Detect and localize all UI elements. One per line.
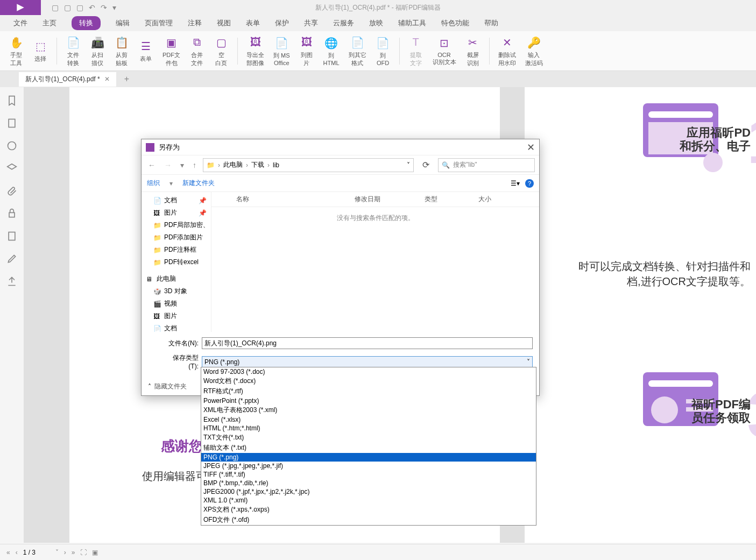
print-icon[interactable]: ▢	[76, 3, 83, 12]
ribbon-tohtml[interactable]: 🌐到 HTML	[320, 36, 343, 66]
col-name[interactable]: 名称	[236, 195, 355, 204]
document-tab[interactable]: 新人引导(1)_OCR(4).pdf * ✕	[19, 72, 116, 87]
tree-item-3d[interactable]: 🎲3D 对象	[142, 285, 211, 297]
format-option[interactable]: HTML (*.htm;*.html)	[201, 424, 536, 433]
nav-forward-icon[interactable]: →	[162, 160, 174, 171]
hide-folders-toggle[interactable]: 隐藏文件夹	[154, 382, 187, 391]
bookmark-icon[interactable]	[6, 95, 17, 106]
tree-item-docs2[interactable]: 📄文档	[142, 322, 211, 332]
tree-item-thispc[interactable]: 🖥此电脑	[142, 273, 211, 285]
first-page-icon[interactable]: «	[6, 549, 10, 556]
nav-up-icon[interactable]: ↑	[190, 160, 199, 171]
col-size[interactable]: 大小	[478, 195, 521, 204]
fit-width-icon[interactable]: ⛶	[80, 549, 87, 556]
tree-item-video[interactable]: 🎬视频	[142, 297, 211, 310]
nav-recent-icon[interactable]: ▾	[178, 160, 186, 171]
dialog-close-icon[interactable]: ✕	[527, 141, 535, 153]
tree-item-pics[interactable]: 🖼图片📌	[142, 207, 211, 219]
menu-protect[interactable]: 保护	[275, 18, 289, 28]
ribbon-exportall[interactable]: 🖼导出全 部图像	[243, 35, 267, 67]
ribbon-hand[interactable]: ✋手型 工具	[5, 35, 27, 67]
more-icon[interactable]: ▾	[112, 3, 116, 12]
security-icon[interactable]	[6, 208, 17, 219]
format-option[interactable]: JPEG2000 (*.jpf,*.jpx,*.jp2,*.j2k,*.jpc)	[201, 487, 536, 496]
format-option[interactable]: RTF格式(*.rtf)	[201, 386, 536, 396]
format-option[interactable]: JPEG (*.jpg,*.jpeg,*.jpe,*.jif)	[201, 462, 536, 470]
ribbon-clip[interactable]: 📋从剪 贴板	[111, 35, 132, 67]
format-option[interactable]: XML电子表格2003 (*.xml)	[201, 405, 536, 415]
format-option[interactable]: XPS文档 (*.xps,*.oxps)	[201, 505, 536, 515]
menu-cloud[interactable]: 云服务	[333, 18, 354, 28]
tree-item-pdfimg[interactable]: 📁PDF添加图片	[142, 231, 211, 244]
open-icon[interactable]: ▢	[52, 3, 59, 12]
ribbon-form[interactable]: ☰表单	[135, 39, 157, 63]
comment-icon[interactable]	[6, 140, 17, 151]
format-option[interactable]: XML 1.0 (*.xml)	[201, 496, 536, 505]
redo-icon[interactable]: ↷	[101, 3, 107, 12]
menu-view[interactable]: 视图	[217, 18, 231, 28]
edit-icon[interactable]	[6, 253, 17, 264]
view-mode-icon[interactable]: ☰▾	[511, 180, 520, 187]
ribbon-toofd[interactable]: 📄到 OFD	[372, 36, 394, 66]
pages-icon[interactable]	[6, 118, 17, 129]
filetype-combo[interactable]: PNG (*.png) ˅	[202, 356, 533, 368]
format-option[interactable]: PowerPoint (*.pptx)	[201, 396, 536, 405]
format-option[interactable]: 辅助文本 (*.txt)	[201, 443, 536, 453]
ribbon-toimage[interactable]: 🖼到图 片	[296, 35, 317, 67]
ribbon-ocr[interactable]: ⊡OCR 识别文本	[429, 36, 460, 66]
menu-help[interactable]: 帮助	[484, 18, 498, 28]
path-dropdown-icon[interactable]: ˅	[407, 161, 410, 169]
ribbon-activate[interactable]: 🔑输入 激活码	[522, 35, 546, 67]
menu-comment[interactable]: 注释	[188, 18, 202, 28]
format-option[interactable]: Word文档 (*.docx)	[201, 376, 536, 386]
path-box[interactable]: 📁 › 此电脑 › 下载 › lib ˅	[203, 158, 414, 172]
prev-page-icon[interactable]: ‹	[16, 549, 18, 556]
nav-back-icon[interactable]: ←	[146, 160, 158, 171]
tree-item-pdfenc[interactable]: 📁PDF局部加密、	[142, 219, 211, 231]
page-input[interactable]	[23, 549, 50, 556]
format-option[interactable]: TXT文件(*.txt)	[201, 433, 536, 443]
format-option[interactable]: BMP (*.bmp,*.dib,*.rle)	[201, 479, 536, 487]
menu-page[interactable]: 页面管理	[145, 18, 173, 28]
menu-file[interactable]: 文件	[13, 18, 27, 28]
format-option[interactable]: TIFF (*.tiff,*.tif)	[201, 470, 536, 479]
new-folder-button[interactable]: 新建文件夹	[182, 179, 215, 188]
menu-home[interactable]: 主页	[43, 18, 56, 28]
menu-share[interactable]: 共享	[304, 18, 318, 28]
menu-special[interactable]: 特色功能	[441, 18, 469, 28]
ribbon-toother[interactable]: 📄到其它 格式	[345, 35, 370, 67]
ribbon-pdfpack[interactable]: ▣PDF文 件包	[159, 35, 183, 67]
ribbon-screenshot[interactable]: ✂截屏 识别	[462, 35, 484, 67]
tab-close-icon[interactable]: ✕	[104, 75, 110, 83]
ribbon-select[interactable]: ⬚选择	[30, 39, 51, 63]
path-seg-2[interactable]: 下载	[251, 160, 264, 169]
fit-page-icon[interactable]: ▣	[92, 549, 98, 556]
menu-accessibility[interactable]: 辅助工具	[398, 18, 426, 28]
ribbon-fileconv[interactable]: 📄文件 转换	[62, 35, 84, 67]
menu-convert[interactable]: 转换	[72, 16, 101, 30]
path-seg-1[interactable]: 此电脑	[223, 160, 243, 169]
layers-icon[interactable]	[6, 163, 17, 174]
chevron-icon[interactable]: ˄	[148, 383, 151, 391]
undo-icon[interactable]: ↶	[89, 3, 95, 12]
last-page-icon[interactable]: »	[72, 549, 75, 556]
ribbon-merge[interactable]: ⧉合并 文件	[186, 35, 208, 67]
ribbon-watermark[interactable]: ✕删除试 用水印	[495, 35, 519, 67]
menu-edit[interactable]: 编辑	[116, 18, 130, 28]
tree-item-docs[interactable]: 📄文档📌	[142, 194, 211, 207]
format-option[interactable]: OFD文件 (*.ofd)	[201, 515, 536, 525]
path-seg-3[interactable]: lib	[273, 161, 279, 169]
menu-form[interactable]: 表单	[246, 18, 260, 28]
format-option[interactable]: Excel (*.xlsx)	[201, 415, 536, 424]
ribbon-blank[interactable]: ▢空 白页	[210, 35, 232, 67]
ribbon-msoffice[interactable]: 📄到 MS Office	[270, 36, 293, 66]
export-icon[interactable]	[6, 276, 17, 287]
col-date[interactable]: 修改日期	[355, 195, 425, 204]
search-box[interactable]: 🔍 搜索"lib"	[438, 158, 535, 172]
refresh-icon[interactable]: ⟳	[418, 158, 434, 172]
format-option-selected[interactable]: PNG (*.png)	[201, 453, 536, 462]
save-icon[interactable]: ▢	[64, 3, 71, 12]
attachment-icon[interactable]	[6, 186, 17, 196]
sign-icon[interactable]	[6, 231, 17, 242]
menu-play[interactable]: 放映	[369, 18, 383, 28]
